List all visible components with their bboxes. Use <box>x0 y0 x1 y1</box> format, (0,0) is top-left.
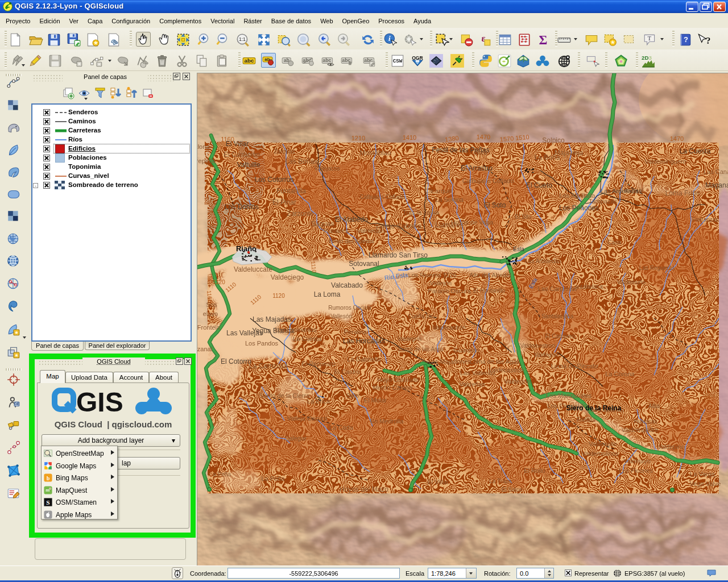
svg-text:Sotovanal: Sotovanal <box>349 260 379 268</box>
svg-text:Hoyo Colorado: Hoyo Colorado <box>377 376 419 383</box>
svg-text:Tras la Loma: Tras la Loma <box>403 209 440 216</box>
svg-text:S: S <box>46 499 49 506</box>
svg-text:OGR: OGR <box>412 55 423 61</box>
svg-text:Valdemuño: Valdemuño <box>617 279 646 285</box>
svg-text:Valdeciego: Valdeciego <box>271 273 304 281</box>
svg-text:Valdecastrón: Valdecastrón <box>433 325 466 331</box>
svg-text:El Pinar: El Pinar <box>272 198 296 206</box>
svg-text:zanal: zanal <box>197 346 212 352</box>
svg-text:Loma de las Asas: Loma de las Asas <box>399 346 444 352</box>
svg-text:Hoyos de Vaga: Hoyos de Vaga <box>451 219 494 226</box>
svg-text:El Villar: El Villar <box>427 479 448 485</box>
svg-text:Cilcarque: Cilcarque <box>425 188 451 194</box>
svg-text:GE: GE <box>14 402 20 406</box>
svg-text:1280: 1280 <box>713 243 721 257</box>
svg-text:Alba: Alba <box>648 403 660 409</box>
svg-text:Cueña Lio: Cueña Lio <box>408 313 434 319</box>
svg-text:La Corona: La Corona <box>605 371 635 377</box>
svg-text:1470: 1470 <box>477 134 490 140</box>
svg-text:Las Boñas: Las Boñas <box>286 157 318 165</box>
svg-text:El Hontanillo: El Hontanillo <box>473 288 506 294</box>
svg-text:Paraiso Oscura: Paraiso Oscura <box>428 288 471 294</box>
svg-text:?: ? <box>684 35 688 44</box>
svg-text:1390: 1390 <box>704 392 710 405</box>
svg-text:El Recuesto: El Recuesto <box>301 360 335 367</box>
svg-text:Los Manzanales: Los Manzanales <box>546 392 592 399</box>
svg-text:Solpico: Solpico <box>542 136 565 144</box>
svg-text:elayo: elayo <box>203 310 218 317</box>
svg-text:Valtuille: Valtuille <box>237 161 260 169</box>
svg-text:Valleja Oscura: Valleja Oscura <box>287 415 328 422</box>
svg-text:Las Horcadas: Las Horcadas <box>343 337 385 345</box>
svg-text:Los Picones: Los Picones <box>619 467 653 474</box>
svg-text:El Atabedo: El Atabedo <box>335 215 368 223</box>
svg-text:i: i <box>388 34 391 43</box>
svg-text:1410: 1410 <box>403 134 416 141</box>
svg-text:alona: alona <box>197 143 210 150</box>
svg-text:El Arrastro: El Arrastro <box>461 164 493 172</box>
svg-text:Valdegrín: Valdegrín <box>534 352 558 358</box>
svg-text:Los Peñones: Los Peñones <box>559 204 599 212</box>
svg-text:Zarzonte: Zarzonte <box>287 210 314 218</box>
svg-text:La Peña: La Peña <box>262 475 286 482</box>
svg-text:antalariana: antalariana <box>574 284 603 290</box>
svg-text:Valdepino: Valdepino <box>657 443 685 450</box>
svg-text:Friellas: Friellas <box>577 417 595 423</box>
svg-text:El Camición: El Camición <box>224 151 260 159</box>
svg-text:Majavieja: Majavieja <box>555 149 584 157</box>
svg-text:Vallejón: Vallejón <box>430 280 452 286</box>
svg-text:1470: 1470 <box>670 135 684 142</box>
svg-text:Valcabado: Valcabado <box>331 281 363 289</box>
svg-text:Las Espiniellas: Las Espiniellas <box>275 326 317 333</box>
svg-text:1120: 1120 <box>213 279 225 285</box>
svg-text:Vega Valve: Vega Valve <box>690 480 721 487</box>
svg-text:Huiescas: Huiescas <box>634 418 657 425</box>
svg-text:Salegar: Salegar <box>285 435 307 442</box>
svg-text:Σ: Σ <box>539 33 548 47</box>
svg-text:abc: abc <box>245 57 254 64</box>
svg-text:El Cotorro: El Cotorro <box>221 357 251 365</box>
svg-text:Valdeñas: Valdeñas <box>459 381 485 388</box>
svg-text:En Medrolla: En Medrolla <box>370 418 404 425</box>
svg-text:Las Vallejas: Las Vallejas <box>226 329 263 337</box>
svg-text:Las Canali: Las Canali <box>704 168 728 175</box>
svg-text:1560: 1560 <box>714 346 721 359</box>
svg-text:La Cuesta: La Cuesta <box>680 147 711 155</box>
svg-text:Calbuja a Collado: Calbuja a Collado <box>360 194 405 200</box>
svg-text:Valdeluccate: Valdeluccate <box>234 265 272 273</box>
svg-text:1110: 1110 <box>310 261 317 273</box>
svg-text:Riaño: Riaño <box>236 244 257 253</box>
svg-text:El Salce: El Salce <box>502 487 523 493</box>
svg-text:1:1: 1:1 <box>239 36 246 42</box>
svg-text:Valdegrín: Valdegrín <box>504 378 531 385</box>
svg-text:Vallesón: Vallesón <box>330 313 352 319</box>
svg-text:Las Argolladas: Las Argolladas <box>601 188 642 194</box>
svg-text:Bora: Bora <box>474 149 487 156</box>
svg-text:Loma de Pincato: Loma de Pincato <box>551 363 598 369</box>
svg-text:1490: 1490 <box>709 368 717 382</box>
svg-text:Esla: Esla <box>513 246 524 252</box>
svg-text:Fontanilla: Fontanilla <box>276 187 306 195</box>
svg-text:El Soto: El Soto <box>484 201 506 209</box>
svg-text:La Cuesta: La Cuesta <box>293 335 322 342</box>
svg-text:Mostablao: Mostablao <box>359 149 391 157</box>
svg-text:La Varga: La Varga <box>690 471 715 477</box>
svg-text:Calbujar a Collado: Calbujar a Collado <box>462 177 514 184</box>
svg-text:?: ? <box>706 36 710 46</box>
svg-text:Los Riveros 1120: Los Riveros 1120 <box>408 272 457 278</box>
svg-text:CSW: CSW <box>393 58 403 64</box>
svg-text:Loma Frión: Loma Frión <box>665 189 700 197</box>
svg-text:repeña: repeña <box>197 157 216 164</box>
svg-text:Valdejayo: Valdejayo <box>623 458 651 464</box>
svg-text:Siero de la Reina: Siero de la Reina <box>566 404 622 412</box>
svg-text:Zarcillas: Zarcillas <box>274 148 295 155</box>
svg-text:El Campero: El Campero <box>545 333 576 339</box>
svg-text:Los Doblos: Los Doblos <box>225 203 259 211</box>
svg-text:El Villar: El Villar <box>226 140 249 148</box>
svg-text:Planares: Planares <box>323 227 348 234</box>
svg-text:El Molar: El Molar <box>364 397 387 404</box>
svg-text:Peralina: Peralina <box>344 329 367 335</box>
svg-text:Los Cotorros: Los Cotorros <box>255 176 294 184</box>
svg-text:Los Pandos: Los Pandos <box>245 340 279 347</box>
svg-text:Las Regueras: Las Regueras <box>639 265 675 271</box>
